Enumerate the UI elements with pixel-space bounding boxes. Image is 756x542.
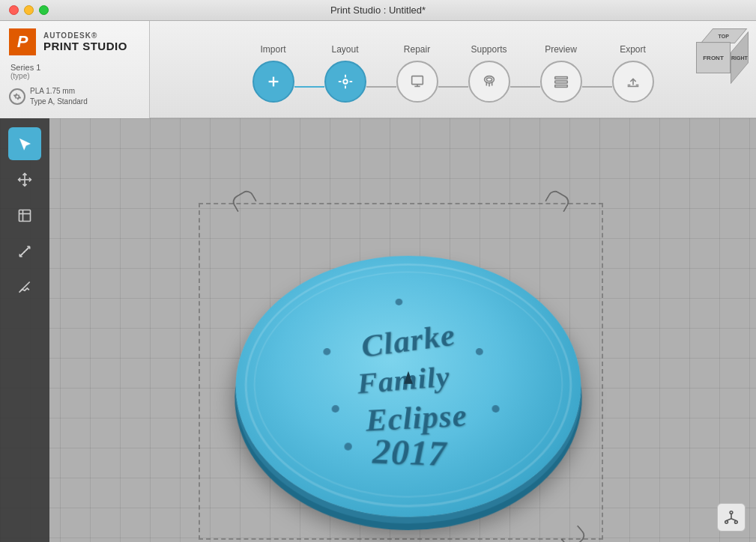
- view-cube[interactable]: TOP FRONT RIGHT: [696, 28, 749, 81]
- connector-1: [294, 86, 324, 88]
- svg-line-39: [727, 519, 731, 521]
- slice-tool-button[interactable]: [8, 271, 41, 304]
- svg-rect-24: [19, 210, 31, 222]
- connector-3: [438, 86, 468, 88]
- svg-point-37: [735, 521, 738, 524]
- maximize-button[interactable]: [39, 5, 49, 15]
- workflow-step-supports: Supports: [468, 44, 510, 103]
- repair-label: Repair: [404, 44, 430, 55]
- object-area: Clarke Family Eclipse 2017: [176, 180, 626, 542]
- autodesk-label: AUTODESK®: [43, 31, 127, 40]
- export-label: Export: [620, 44, 646, 55]
- disk-center-pin: [403, 371, 412, 384]
- disk-text-line3: Eclipse: [365, 398, 468, 439]
- series-label: Series 1: [10, 63, 140, 72]
- left-toolbar: [0, 118, 49, 542]
- disk-dot-3: [331, 405, 339, 412]
- window-title: Print Studio : Untitled*: [330, 4, 426, 16]
- material-details: PLA 1.75 mm Type A, Standard: [30, 86, 88, 107]
- layout-button[interactable]: [324, 61, 366, 103]
- traffic-lights: [9, 5, 49, 15]
- 3d-disk-object[interactable]: Clarke Family Eclipse 2017: [225, 256, 590, 517]
- svg-rect-17: [554, 85, 567, 88]
- workflow-step-export: Export: [612, 44, 654, 103]
- supports-button[interactable]: [468, 61, 510, 103]
- svg-line-40: [731, 519, 736, 521]
- export-button[interactable]: [612, 61, 654, 103]
- move-tool-button[interactable]: [8, 163, 41, 196]
- workflow-step-layout: Layout: [324, 44, 366, 103]
- brand-name: AUTODESK® PRINT STUDIO: [43, 31, 127, 52]
- network-button[interactable]: [717, 503, 746, 532]
- brand-sidebar: P AUTODESK® PRINT STUDIO Series 1 (type)…: [0, 21, 150, 118]
- minimize-button[interactable]: [24, 5, 34, 15]
- disk-dot-6: [395, 299, 402, 305]
- top-panel: P AUTODESK® PRINT STUDIO Series 1 (type)…: [0, 21, 756, 118]
- workflow-toolbar: Import Layout: [150, 21, 756, 118]
- cube-front-face[interactable]: FRONT: [696, 42, 731, 73]
- material-info[interactable]: PLA 1.75 mm Type A, Standard: [9, 86, 140, 107]
- close-button[interactable]: [9, 5, 19, 15]
- material-type: Type A, Standard: [30, 97, 88, 107]
- disk-dot-4: [491, 405, 499, 412]
- connector-2: [366, 86, 396, 88]
- svg-point-11: [486, 78, 492, 82]
- svg-rect-15: [554, 77, 567, 79]
- svg-rect-16: [554, 81, 567, 83]
- product-label: PRINT STUDIO: [43, 40, 127, 52]
- layout-label: Layout: [331, 44, 358, 55]
- titlebar: Print Studio : Untitled*: [0, 0, 756, 21]
- repair-button[interactable]: [396, 61, 438, 103]
- connector-4: [510, 86, 540, 88]
- select-tool-button[interactable]: [8, 127, 41, 160]
- autodesk-logo-letter: P: [9, 28, 36, 55]
- measure-tool-button[interactable]: [8, 235, 41, 268]
- disk-text-line1: Clarke: [359, 317, 458, 365]
- disk-text-line2: Family: [356, 359, 451, 401]
- supports-label: Supports: [471, 44, 506, 55]
- preview-button[interactable]: [540, 61, 582, 103]
- material-name: PLA 1.75 mm: [30, 86, 88, 97]
- viewport[interactable]: Clarke Family Eclipse 2017: [0, 118, 756, 542]
- svg-point-35: [730, 511, 733, 514]
- svg-rect-7: [411, 76, 423, 85]
- svg-line-32: [26, 249, 28, 251]
- disk-container: Clarke Family Eclipse 2017: [221, 225, 596, 532]
- disk-text-line4: 2017: [372, 431, 447, 475]
- svg-line-31: [23, 251, 25, 253]
- workflow-step-preview: Preview: [540, 44, 582, 103]
- connector-5: [582, 86, 612, 88]
- brand-logo: P AUTODESK® PRINT STUDIO: [9, 28, 140, 55]
- disk-dot-5: [344, 443, 352, 451]
- type-label: (type): [10, 72, 140, 80]
- disk-dot-2: [475, 348, 483, 355]
- settings-icon[interactable]: [9, 88, 25, 105]
- workflow-step-import: Import: [252, 44, 294, 103]
- svg-point-2: [343, 79, 348, 84]
- workflow-step-repair: Repair: [396, 44, 438, 103]
- import-label: Import: [260, 44, 285, 55]
- frame-tool-button[interactable]: [8, 199, 41, 232]
- printer-model: Series 1 (type): [9, 60, 140, 80]
- import-button[interactable]: [252, 61, 294, 103]
- preview-label: Preview: [545, 44, 577, 55]
- disk-dot-1: [323, 348, 330, 355]
- svg-line-30: [21, 254, 23, 256]
- svg-point-36: [725, 521, 728, 524]
- svg-point-10: [484, 76, 494, 83]
